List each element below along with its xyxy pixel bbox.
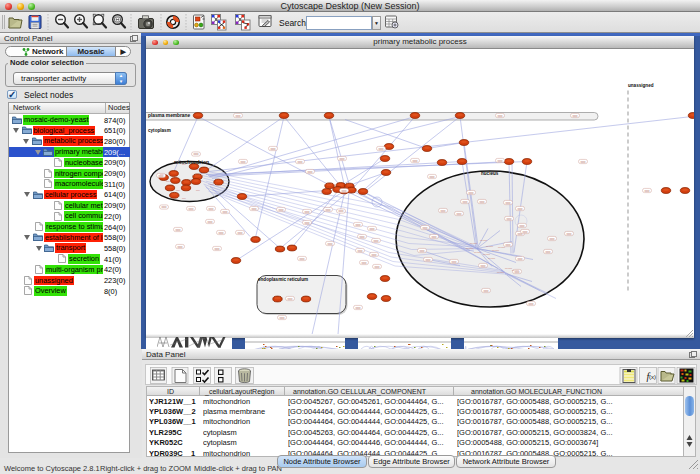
svg-text:xx:xxx: xx:xxx: [512, 269, 520, 272]
svg-text:cytoplasm: cytoplasm: [148, 128, 171, 133]
svg-text:xxxx: xxxx: [468, 192, 474, 195]
svg-text:xxxx: xxxx: [497, 115, 503, 118]
svg-text:xxxx: xxxx: [378, 148, 384, 151]
svg-text:xxxx: xxxx: [517, 258, 523, 261]
svg-text:xxxx: xxxx: [549, 238, 555, 241]
svg-text:xxxx: xxxx: [175, 229, 181, 232]
svg-text:xxxx: xxxx: [338, 210, 344, 213]
svg-text:xxxx: xxxx: [505, 244, 511, 247]
svg-text:(x): (x): [649, 374, 656, 380]
svg-text:xxxx: xxxx: [522, 231, 528, 234]
svg-text:xxxx: xxxx: [479, 201, 485, 204]
svg-text:xxxx: xxxx: [419, 250, 425, 253]
svg-text:xxxx: xxxx: [193, 153, 199, 156]
svg-text:xx:xxx: xx:xxx: [466, 247, 474, 250]
svg-text:xx:xxx: xx:xxx: [492, 249, 500, 252]
svg-text:xxxx: xxxx: [325, 209, 331, 212]
svg-text:xxxx: xxxx: [429, 176, 435, 179]
svg-text:xxxx: xxxx: [307, 171, 313, 174]
svg-text:xx:xxx: xx:xxx: [486, 245, 494, 248]
svg-text:xxxx: xxxx: [278, 209, 284, 212]
svg-text:xxxx: xxxx: [270, 148, 276, 151]
svg-text:xxxx: xxxx: [339, 158, 345, 161]
svg-text:xx:xxx: xx:xxx: [488, 257, 496, 260]
svg-text:xxxx: xxxx: [327, 243, 333, 246]
svg-text:xxxx: xxxx: [572, 115, 578, 118]
svg-text:xxxx: xxxx: [519, 225, 525, 228]
svg-text:xxxx: xxxx: [451, 261, 457, 264]
svg-text:xxxx: xxxx: [222, 211, 228, 214]
svg-text:xxxx: xxxx: [237, 232, 243, 235]
svg-text:xxxx: xxxx: [506, 218, 512, 221]
svg-text:xxxx: xxxx: [240, 161, 246, 164]
svg-text:xxxx: xxxx: [207, 221, 213, 224]
svg-text:xx:xxx: xx:xxx: [480, 239, 488, 242]
svg-text:xxxx: xxxx: [355, 224, 361, 227]
svg-text:xxxx: xxxx: [304, 222, 310, 225]
svg-text:xxxx: xxxx: [359, 236, 365, 239]
svg-text:xx:xxx: xx:xxx: [474, 251, 482, 254]
svg-text:xxxx: xxxx: [188, 208, 194, 211]
svg-text:xx:xxx: xx:xxx: [497, 271, 505, 274]
svg-text:xxxx: xxxx: [361, 262, 367, 265]
svg-text:xxxx: xxxx: [218, 232, 224, 235]
svg-text:xxxx: xxxx: [287, 298, 293, 301]
svg-text:xxxx: xxxx: [431, 236, 437, 239]
svg-text:xxxx: xxxx: [279, 317, 285, 320]
svg-text:xx:xxx: xx:xxx: [498, 246, 506, 249]
svg-text:xxxx: xxxx: [580, 161, 586, 164]
svg-text:xxxx: xxxx: [545, 251, 551, 254]
svg-text:xxxx: xxxx: [214, 248, 220, 251]
svg-text:xxxx: xxxx: [480, 265, 486, 268]
svg-text:xxxx: xxxx: [505, 202, 511, 205]
svg-text:xxxx: xxxx: [297, 161, 303, 164]
svg-text:xxxx: xxxx: [355, 307, 361, 310]
svg-text:xxxx: xxxx: [528, 303, 534, 306]
svg-text:xxxx: xxxx: [357, 250, 363, 253]
svg-text:xxxx: xxxx: [517, 208, 523, 211]
svg-text:xxxx: xxxx: [371, 254, 377, 257]
svg-text:unassigned: unassigned: [628, 83, 654, 88]
svg-text:xxxx: xxxx: [369, 228, 375, 231]
svg-text:xxxx: xxxx: [456, 213, 462, 216]
svg-text:xxxx: xxxx: [161, 206, 167, 209]
svg-text:xxxx: xxxx: [422, 227, 428, 230]
svg-text:xxxx: xxxx: [497, 160, 503, 163]
svg-text:xxxx: xxxx: [644, 190, 650, 193]
svg-text:xxxx: xxxx: [304, 211, 310, 214]
svg-text:xxxx: xxxx: [374, 266, 380, 269]
svg-text:mitochondrion: mitochondrion: [174, 159, 209, 165]
svg-text:xxxx: xxxx: [425, 259, 431, 262]
svg-text:xxxx: xxxx: [341, 190, 347, 193]
svg-text:xxxx: xxxx: [251, 208, 257, 211]
svg-text:xxxx: xxxx: [566, 233, 572, 236]
svg-text:plasma membrane: plasma membrane: [148, 113, 190, 118]
svg-text:endoplasmic reticulum: endoplasmic reticulum: [258, 277, 308, 282]
svg-text:xxxx: xxxx: [412, 160, 418, 163]
svg-text:xxxx: xxxx: [483, 290, 489, 293]
svg-text:xx:xxx: xx:xxx: [483, 253, 491, 256]
svg-text:nucleus: nucleus: [481, 171, 499, 176]
svg-text:xx:xxx: xx:xxx: [470, 242, 478, 245]
svg-text:xxxx: xxxx: [177, 246, 183, 249]
svg-text:xxxx: xxxx: [462, 201, 468, 204]
svg-text:xxxx: xxxx: [440, 210, 446, 213]
svg-text:xxxx: xxxx: [299, 258, 305, 261]
svg-text:xxxx: xxxx: [373, 240, 379, 243]
svg-text:xxxx: xxxx: [235, 115, 241, 118]
svg-text:xxxx: xxxx: [208, 208, 214, 211]
